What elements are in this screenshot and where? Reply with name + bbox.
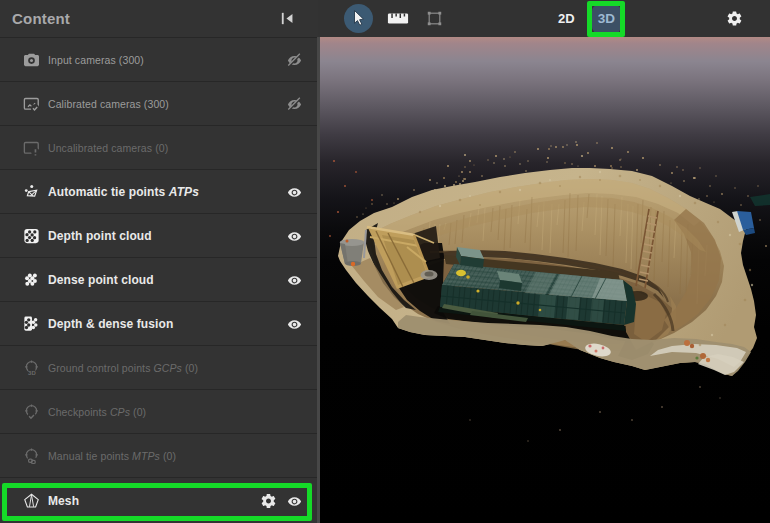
svg-text:3D: 3D xyxy=(28,370,36,376)
